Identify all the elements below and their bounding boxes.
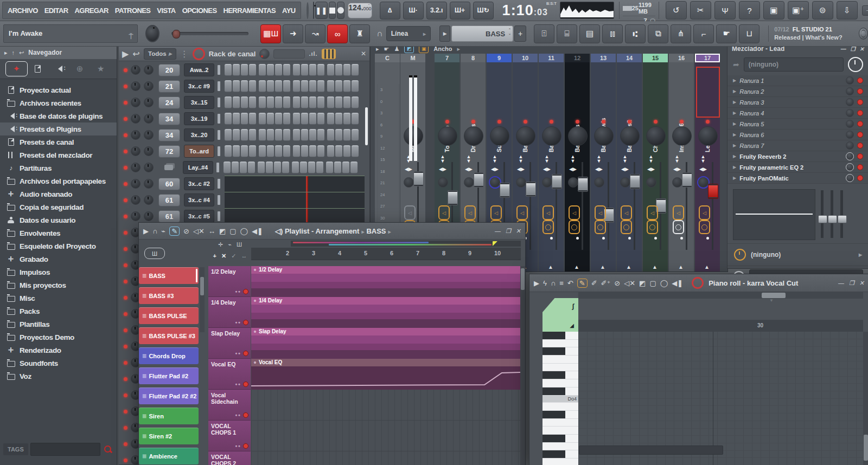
strip-route-arrow[interactable]: ▲ xyxy=(574,264,579,270)
fx-slot-led[interactable] xyxy=(857,175,863,181)
strip-pan-knob[interactable] xyxy=(542,177,552,188)
track-header-5[interactable]: VOCAL CHOPS 1∘∘ xyxy=(208,421,251,451)
track-header-6[interactable]: VOCAL CHOPS 2∘∘ xyxy=(208,451,251,465)
piano-key-black[interactable] xyxy=(542,450,578,458)
eq-band-high-fader[interactable] xyxy=(840,190,843,238)
strip-pan-knob[interactable] xyxy=(594,177,604,188)
piano-key-black[interactable] xyxy=(542,347,578,356)
mixer-strip-12[interactable]: 12BasS Bus▲ ▼◀▶◁▲ xyxy=(565,54,590,272)
undo-icon[interactable]: ↺ xyxy=(666,1,687,20)
strip-fader-thumb[interactable] xyxy=(552,174,562,189)
step-cell[interactable] xyxy=(327,96,334,108)
step-cell[interactable] xyxy=(293,64,300,76)
piano-key-white[interactable] xyxy=(542,458,578,465)
step-cell[interactable] xyxy=(241,129,248,141)
rack-swing-knob[interactable] xyxy=(259,49,270,59)
zoom-icon[interactable]: ◯ xyxy=(660,279,668,287)
step-cell[interactable] xyxy=(241,145,248,157)
browser-item-16[interactable]: Misc xyxy=(0,292,117,305)
strip-route-arrow[interactable]: ▲ xyxy=(704,264,710,270)
pattern-selector[interactable]: BASS xyxy=(451,25,513,42)
track-lane-0[interactable]: 1/2 Delay xyxy=(251,266,520,297)
playlist-performance-toggle[interactable]: Ш xyxy=(144,248,165,259)
channel-mute-strip[interactable] xyxy=(218,114,220,124)
select-icon[interactable]: ▢ xyxy=(649,279,656,287)
step-cell[interactable] xyxy=(335,145,342,157)
strip-stereo-knob[interactable] xyxy=(594,126,614,146)
step-cell[interactable] xyxy=(259,80,266,92)
browser-item-13[interactable]: ✛Grabado xyxy=(0,253,117,266)
browser-item-14[interactable]: Impulsos xyxy=(0,266,117,279)
step-cell[interactable] xyxy=(293,96,300,108)
track-lane-3[interactable]: Vocal EQ xyxy=(251,359,520,390)
step-cell[interactable] xyxy=(267,113,274,125)
piano-roll-vscrollbar[interactable] xyxy=(863,332,868,465)
piano-key-white[interactable] xyxy=(542,427,578,435)
step-edit-icon[interactable]: ▦Ш xyxy=(260,24,281,43)
fx-slot-led[interactable] xyxy=(857,78,863,83)
step-cell[interactable] xyxy=(267,96,274,108)
pattern-item-1[interactable]: ≣BASS #3 xyxy=(139,287,199,304)
strip-mute-button[interactable]: ◁ xyxy=(621,205,632,220)
step-cell[interactable] xyxy=(301,113,308,125)
channel-led[interactable] xyxy=(124,410,127,414)
channel-volume-knob[interactable] xyxy=(144,130,154,140)
browser-item-4[interactable]: Presets de canal xyxy=(0,135,117,148)
panel-playlist-icon[interactable]: ⌸ xyxy=(557,24,577,43)
piano-key-black[interactable] xyxy=(542,371,578,379)
browser-item-5[interactable]: Presets del mezclador xyxy=(0,148,117,162)
check-icon[interactable]: ✓ xyxy=(231,253,236,260)
panel-mixer-icon[interactable]: ⫾⫾ xyxy=(602,24,623,43)
search-icon[interactable] xyxy=(103,444,113,455)
strip-mute-button[interactable]: ◁ xyxy=(699,205,710,220)
track-mode-icon[interactable]: Ш xyxy=(237,241,242,248)
step-cell[interactable] xyxy=(335,64,342,76)
browser-up-icon[interactable]: ↑ xyxy=(12,49,15,56)
pan-arrows[interactable]: ◀▶ xyxy=(699,166,707,172)
pat-song-toggle[interactable]: PAT SONG xyxy=(313,2,314,19)
menu-item-editar[interactable]: EDITAR xyxy=(44,7,68,15)
tab-files[interactable] xyxy=(28,62,49,76)
fx-slot-led[interactable] xyxy=(857,143,863,148)
hint-panel[interactable]: I'm Awake xyxy=(3,24,138,43)
channel-pan-knob[interactable] xyxy=(131,146,141,156)
strip-stereo-knob[interactable] xyxy=(542,126,561,146)
strip-fader-track[interactable] xyxy=(582,162,583,250)
channel-volume-knob[interactable] xyxy=(144,65,154,75)
channel-button[interactable]: Awa..2 xyxy=(184,63,214,76)
browser-item-15[interactable]: Mis proyectos xyxy=(0,279,117,292)
mixer-strip-number[interactable]: 11 xyxy=(539,54,564,62)
fx-slot-led[interactable] xyxy=(857,153,863,159)
step-cell[interactable] xyxy=(225,145,232,157)
fx-slot-mix-knob[interactable] xyxy=(846,98,854,106)
recording-link-icon[interactable]: ∞ xyxy=(327,24,348,43)
shuffle-knob[interactable] xyxy=(307,2,309,19)
link-icon[interactable]: ∘∘ xyxy=(235,351,241,356)
slide-icon[interactable]: ⌁ xyxy=(161,227,165,235)
paint-icon[interactable]: ◩ xyxy=(219,227,226,235)
eq-band-low-fader[interactable] xyxy=(821,190,824,238)
step-cell[interactable] xyxy=(350,162,358,173)
channel-root-note[interactable]: 61 xyxy=(158,194,180,206)
ghost-note[interactable] xyxy=(579,445,723,455)
step-cell[interactable] xyxy=(293,113,300,125)
step-cell[interactable] xyxy=(343,80,350,92)
browser-item-2[interactable]: Base de datos de plugins xyxy=(0,109,117,122)
channel-led[interactable] xyxy=(124,166,127,170)
mute-icon[interactable]: ◁✕ xyxy=(193,227,205,235)
channel-led[interactable] xyxy=(124,280,127,283)
track-header-1[interactable]: 1/4 Delay∘∘ xyxy=(208,297,251,328)
channel-volume-knob[interactable] xyxy=(144,211,154,221)
channel-button[interactable]: 3x..c #5 xyxy=(184,210,214,223)
step-cell[interactable] xyxy=(233,145,240,157)
fx-close-icon[interactable]: ✕ xyxy=(860,46,864,52)
strip-stereo-knob[interactable] xyxy=(620,126,640,146)
fx-slot-mix-knob[interactable] xyxy=(846,152,854,160)
playlist-minimize-icon[interactable]: — xyxy=(495,228,501,235)
channel-led[interactable] xyxy=(124,101,127,105)
channel-led[interactable] xyxy=(124,198,127,202)
channel-volume-knob[interactable] xyxy=(144,146,154,156)
pattern-item-7[interactable]: ≣Siren xyxy=(139,408,199,424)
step-cell[interactable] xyxy=(267,129,274,141)
mic-icon[interactable]: Ψ xyxy=(714,1,736,20)
